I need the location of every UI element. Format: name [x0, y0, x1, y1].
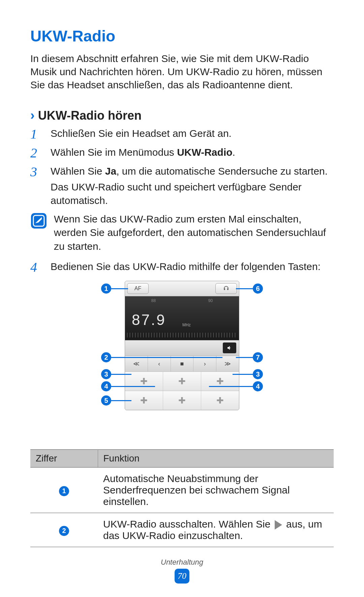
- dial-label-right: 90: [208, 298, 213, 303]
- table-header-ziffer: Ziffer: [30, 450, 98, 468]
- step-number: 2: [30, 146, 44, 160]
- table-cell-text: UKW-Radio ausschalten. Wählen Sie aus, u…: [98, 513, 334, 547]
- page-title: UKW-Radio: [30, 27, 334, 45]
- note-icon: [30, 212, 47, 229]
- callout-badge-2: 2: [101, 352, 111, 362]
- function-table: Ziffer Funktion 1 Automatische Neuabstim…: [30, 449, 334, 547]
- number-badge-1: 1: [59, 486, 69, 496]
- table-row: 2 UKW-Radio ausschalten. Wählen Sie aus,…: [30, 513, 334, 547]
- section-heading: UKW-Radio hören: [38, 109, 142, 123]
- step-3: 3 Wählen Sie Ja, um die automatische Sen…: [30, 165, 334, 208]
- step-subtext: Das UKW-Radio sucht und speichert verfüg…: [51, 180, 334, 208]
- footer-category: Unterhaltung: [0, 558, 364, 567]
- step-text: Schließen Sie ein Headset am Gerät an.: [51, 127, 232, 141]
- radio-callout-wrap: AF 88 90 87.9 MHz: [88, 281, 276, 439]
- table-cell-num: 2: [30, 513, 98, 547]
- headphone-button[interactable]: [215, 283, 237, 294]
- seek-next-button[interactable]: ›: [193, 356, 216, 371]
- callout-line: [111, 288, 128, 289]
- intro-paragraph: In diesem Abschnitt erfahren Sie, wie Si…: [30, 52, 334, 91]
- radio-figure: AF 88 90 87.9 MHz: [30, 281, 334, 439]
- callout-line: [236, 357, 253, 358]
- preset-button[interactable]: ✚: [163, 391, 201, 410]
- callout-badge-3-left: 3: [101, 369, 111, 379]
- radio-device: AF 88 90 87.9 MHz: [125, 281, 239, 410]
- step-bold: Ja: [105, 166, 116, 177]
- speaker-icon: [226, 345, 233, 351]
- step-text-pre: Wählen Sie im Menümodus: [51, 147, 177, 158]
- note-block: Wenn Sie das UKW-Radio zum ersten Mal ei…: [30, 212, 334, 253]
- callout-line: [209, 386, 253, 387]
- seek-next-far-button[interactable]: ≫: [216, 356, 239, 371]
- step-4: 4 Bedienen Sie das UKW-Radio mithilfe de…: [30, 260, 334, 274]
- stop-button[interactable]: ■: [171, 356, 194, 371]
- table-cell-num: 1: [30, 468, 98, 513]
- preset-button[interactable]: ✚: [201, 391, 239, 410]
- callout-badge-7: 7: [253, 352, 263, 362]
- callout-badge-3-right: 3: [253, 369, 263, 379]
- table-header-funktion: Funktion: [98, 450, 334, 468]
- seek-prev-button[interactable]: ‹: [148, 356, 171, 371]
- callout-line: [111, 386, 155, 387]
- callout-badge-5: 5: [101, 395, 111, 406]
- page-number: 70: [175, 569, 189, 584]
- af-button[interactable]: AF: [127, 283, 149, 294]
- section-heading-row: › UKW-Radio hören: [30, 108, 334, 123]
- document-page: UKW-Radio In diesem Abschnitt erfahren S…: [0, 0, 364, 547]
- step-text-post: .: [233, 147, 235, 158]
- step-text-pre: Wählen Sie: [51, 166, 105, 177]
- radio-control-row: ≪ ‹ ■ › ≫: [125, 356, 239, 371]
- step-list: 1 Schließen Sie ein Headset am Gerät an.…: [30, 127, 334, 274]
- page-footer: Unterhaltung 70: [0, 558, 364, 584]
- step-text: Bedienen Sie das UKW-Radio mithilfe der …: [51, 260, 321, 274]
- radio-mid-bar: [125, 340, 239, 356]
- callout-badge-4-right: 4: [253, 381, 263, 391]
- callout-line: [111, 400, 131, 401]
- headphone-icon: [223, 285, 230, 292]
- step-bold: UKW-Radio: [177, 147, 232, 158]
- frequency-unit: MHz: [182, 323, 191, 327]
- step-text-post: , um die automatische Sendersuche zu sta…: [116, 166, 328, 177]
- callout-line: [111, 374, 131, 375]
- step-2: 2 Wählen Sie im Menümodus UKW-Radio.: [30, 146, 334, 160]
- play-icon: [275, 520, 282, 530]
- row2-pre: UKW-Radio ausschalten. Wählen Sie: [103, 518, 273, 530]
- callout-line: [233, 374, 253, 375]
- callout-badge-6: 6: [253, 283, 263, 294]
- table-cell-text: Automatische Neuabstimmung der Senderfre…: [98, 468, 334, 513]
- step-number: 1: [30, 127, 44, 141]
- seek-prev-far-button[interactable]: ≪: [125, 356, 148, 371]
- frequency-value: 87.9: [132, 311, 166, 328]
- table-row: 1 Automatische Neuabstimmung der Senderf…: [30, 468, 334, 513]
- step-1: 1 Schließen Sie ein Headset am Gerät an.: [30, 127, 334, 141]
- callout-badge-1: 1: [101, 283, 111, 294]
- step-text: Wählen Sie Ja, um die automatische Sende…: [51, 165, 334, 208]
- callout-line: [236, 288, 253, 289]
- note-text: Wenn Sie das UKW-Radio zum ersten Mal ei…: [54, 212, 334, 253]
- preset-button[interactable]: ✚: [163, 372, 201, 391]
- step-text: Wählen Sie im Menümodus UKW-Radio.: [51, 146, 235, 160]
- dial-label-left: 88: [151, 298, 156, 303]
- step-number: 3: [30, 165, 44, 208]
- step-number: 4: [30, 260, 44, 274]
- preset-row-1: ✚ ✚ ✚: [125, 371, 239, 391]
- chevron-right-icon: ›: [30, 108, 35, 123]
- number-badge-2: 2: [59, 526, 69, 536]
- speaker-button[interactable]: [223, 342, 236, 353]
- table-header-row: Ziffer Funktion: [30, 450, 334, 468]
- dial-ticks: [127, 333, 237, 337]
- preset-row-2: ✚ ✚ ✚: [125, 391, 239, 410]
- callout-badge-4-left: 4: [101, 381, 111, 391]
- callout-line: [111, 357, 222, 358]
- radio-display: 88 90 87.9 MHz: [125, 296, 239, 340]
- radio-top-bar: AF: [125, 281, 239, 296]
